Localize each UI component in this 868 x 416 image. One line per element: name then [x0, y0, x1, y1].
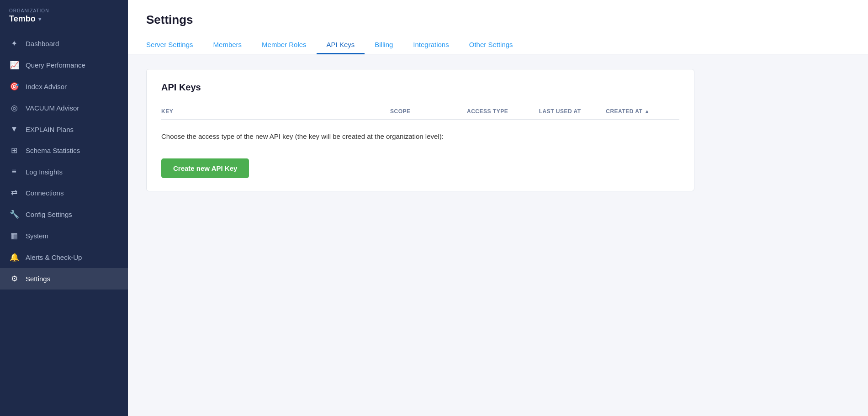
tab-member-roles[interactable]: Member Roles	[252, 36, 317, 54]
tab-other-settings[interactable]: Other Settings	[459, 36, 523, 54]
col-header-actions	[673, 104, 679, 120]
table-header-row: KEY SCOPE ACCESS TYPE LAST USED AT CREAT…	[161, 104, 679, 120]
settings-icon: ⚙	[9, 274, 19, 284]
sidebar-item-dashboard[interactable]: ✦Dashboard	[0, 33, 128, 54]
sidebar-item-vacuum-advisor[interactable]: ◎VACUUM Advisor	[0, 97, 128, 119]
index-advisor-icon: 🎯	[9, 82, 19, 91]
sidebar-item-index-advisor[interactable]: 🎯Index Advisor	[0, 76, 128, 97]
main-content-area: Settings Server SettingsMembersMember Ro…	[128, 0, 868, 416]
org-name[interactable]: Tembo ▾	[9, 14, 119, 24]
main-header: Settings Server SettingsMembersMember Ro…	[128, 0, 868, 54]
tab-server-settings[interactable]: Server Settings	[146, 36, 203, 54]
sidebar-item-schema-statistics[interactable]: ⊞Schema Statistics	[0, 140, 128, 161]
col-header-lastused: LAST USED AT	[539, 104, 606, 120]
dashboard-icon: ✦	[9, 39, 19, 48]
sidebar-item-label-system: System	[26, 232, 48, 240]
page-title: Settings	[146, 13, 850, 27]
api-keys-table: KEY SCOPE ACCESS TYPE LAST USED AT CREAT…	[161, 104, 679, 120]
sidebar-item-explain-plans[interactable]: ▼EXPLAIN Plans	[0, 119, 128, 140]
connections-icon: ⇄	[9, 188, 19, 198]
sidebar-item-label-settings: Settings	[26, 275, 50, 283]
sidebar-item-query-performance[interactable]: 📈Query Performance	[0, 54, 128, 76]
sidebar-item-label-schema-statistics: Schema Statistics	[26, 147, 80, 154]
col-header-access: ACCESS TYPE	[467, 104, 539, 120]
config-settings-icon: 🔧	[9, 210, 19, 219]
card-title: API Keys	[161, 82, 679, 93]
alerts-checkup-icon: 🔔	[9, 253, 19, 262]
explain-plans-icon: ▼	[9, 125, 19, 134]
sidebar-item-config-settings[interactable]: 🔧Config Settings	[0, 204, 128, 225]
sidebar-item-label-log-insights: Log Insights	[26, 168, 63, 176]
org-label: ORGANIZATION	[9, 8, 119, 13]
sidebar-item-system[interactable]: ▦System	[0, 225, 128, 247]
sidebar-item-label-query-performance: Query Performance	[26, 61, 85, 69]
sidebar-org: ORGANIZATION Tembo ▾	[0, 0, 128, 28]
vacuum-advisor-icon: ◎	[9, 103, 19, 113]
col-header-created: CREATED AT ▲	[606, 104, 673, 120]
main-content: API Keys KEY SCOPE ACCESS TYPE LAST USED…	[128, 54, 868, 206]
tab-integrations[interactable]: Integrations	[403, 36, 459, 54]
form-description: Choose the access type of the new API ke…	[161, 132, 679, 140]
create-api-key-button[interactable]: Create new API Key	[161, 158, 249, 178]
tab-members[interactable]: Members	[203, 36, 252, 54]
sidebar-item-settings[interactable]: ⚙Settings	[0, 268, 128, 290]
tab-api-keys[interactable]: API Keys	[317, 36, 365, 54]
sidebar-item-label-alerts-checkup: Alerts & Check-Up	[26, 253, 82, 261]
tabs-container: Server SettingsMembersMember RolesAPI Ke…	[146, 36, 850, 54]
sidebar-item-label-explain-plans: EXPLAIN Plans	[26, 126, 74, 133]
sidebar-item-label-connections: Connections	[26, 189, 64, 197]
query-performance-icon: 📈	[9, 60, 19, 70]
sidebar-item-alerts-checkup[interactable]: 🔔Alerts & Check-Up	[0, 247, 128, 268]
sidebar-item-label-config-settings: Config Settings	[26, 211, 72, 218]
sidebar-item-label-index-advisor: Index Advisor	[26, 83, 67, 90]
sidebar-item-label-dashboard: Dashboard	[26, 40, 59, 47]
schema-statistics-icon: ⊞	[9, 146, 19, 155]
col-header-key: KEY	[161, 104, 390, 120]
chevron-down-icon: ▾	[38, 16, 41, 22]
tab-billing[interactable]: Billing	[365, 36, 403, 54]
system-icon: ▦	[9, 231, 19, 241]
col-header-scope: SCOPE	[390, 104, 467, 120]
sidebar-item-connections[interactable]: ⇄Connections	[0, 182, 128, 204]
sidebar-item-log-insights[interactable]: ≡Log Insights	[0, 161, 128, 182]
sidebar: ORGANIZATION Tembo ▾ ✦Dashboard📈Query Pe…	[0, 0, 128, 416]
api-keys-card: API Keys KEY SCOPE ACCESS TYPE LAST USED…	[146, 69, 694, 191]
log-insights-icon: ≡	[9, 167, 19, 176]
sidebar-item-label-vacuum-advisor: VACUUM Advisor	[26, 104, 79, 112]
sidebar-nav: ✦Dashboard📈Query Performance🎯Index Advis…	[0, 33, 128, 416]
